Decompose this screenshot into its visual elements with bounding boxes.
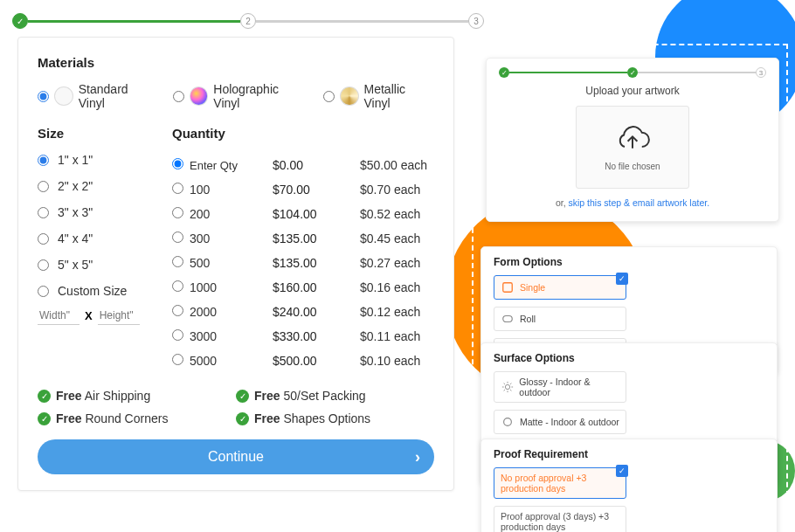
cloud-upload-icon [613,123,652,158]
proof-requirement-card: Proof Requirement No proof approval +3 p… [480,439,778,532]
no-file-label: No file chosen [605,162,660,171]
chevron-right-icon: › [415,448,420,466]
surface-option-matte[interactable]: Matte - Indoor & outdoor [494,410,626,434]
form-option-roll[interactable]: Roll [494,307,626,331]
sun-icon [501,380,514,394]
upload-progress-stepper: ✓✓3 [499,67,766,78]
qty-row-custom[interactable]: Enter Qty $0.00 $50.00 each [172,153,434,177]
material-label: Standard Vinyl [79,82,157,110]
material-label: Metallic Vinyl [364,82,434,110]
step-2-icon: 2 [240,13,256,29]
skip-upload-line: or, skip this step & email artwork later… [499,197,766,208]
material-holographic-vinyl[interactable]: Holographic Vinyl [173,82,308,110]
svg-rect-1 [503,316,513,322]
svg-point-4 [504,418,512,426]
qty-row[interactable]: 3000$330.00$0.11 each [172,324,434,349]
proof-option-no-approval[interactable]: No proof approval +3 production days ✓ [494,467,626,499]
surface-option-glossy[interactable]: Glossy - Indoor & outdoor [494,371,626,403]
check-icon: ✓ [236,390,249,403]
proof-option-approval[interactable]: Proof approval (3 days) +3 production da… [494,506,626,532]
form-option-single[interactable]: Single ✓ [494,275,626,300]
svg-point-3 [505,384,509,389]
proof-title: Proof Requirement [494,448,764,460]
free-perk: ✓Free 50/Set Packing [236,389,434,403]
configurator-card: Materials Standard Vinyl Holographic Vin… [17,37,454,491]
qty-row[interactable]: 100$70.00$0.70 each [172,177,434,202]
circle-icon [501,415,515,429]
material-label: Holographic Vinyl [213,82,307,110]
qty-row[interactable]: 200$104.00$0.52 each [172,202,434,226]
swatch-standard-icon [54,86,73,106]
size-option[interactable]: 2" x 2" [38,179,151,193]
check-icon: ✓ [38,390,51,403]
size-title: Size [38,126,151,141]
surface-options-title: Surface Options [494,352,764,364]
upload-title: Upload your artwork [499,85,766,97]
check-icon: ✓ [38,412,51,425]
width-input[interactable] [38,307,80,325]
height-input[interactable] [98,307,140,325]
qty-row[interactable]: 500$135.00$0.27 each [172,251,434,275]
size-option-custom[interactable]: Custom Size [38,284,151,298]
swatch-metallic-icon [340,86,359,106]
roll-icon [501,312,515,326]
qty-row[interactable]: 1000$160.00$0.16 each [172,275,434,300]
enter-qty-input[interactable]: Enter Qty [190,159,273,172]
continue-button[interactable]: Continue › [38,439,434,474]
step-3-icon: 3 [468,13,484,29]
check-icon: ✓ [236,412,249,425]
upload-artwork-card: ✓✓3 Upload your artwork No file chosen o… [486,58,779,222]
size-option[interactable]: 5" x 5" [38,258,151,272]
free-perk: ✓Free Shapes Options [236,411,434,425]
step-1-icon: ✓ [12,13,28,29]
material-metallic-vinyl[interactable]: Metallic Vinyl [323,82,434,110]
upload-dropzone[interactable]: No file chosen [576,106,689,189]
check-icon: ✓ [616,273,628,285]
qty-row[interactable]: 300$135.00$0.45 each [172,226,434,251]
size-option[interactable]: 3" x 3" [38,205,151,219]
swatch-holo-icon [190,86,209,106]
materials-title: Materials [38,55,434,70]
quantity-title: Quantity [172,126,434,141]
qty-row[interactable]: 2000$240.00$0.12 each [172,300,434,324]
progress-stepper: ✓ 2 3 [12,12,484,30]
qty-row[interactable]: 5000$500.00$0.10 each [172,349,434,373]
material-standard-vinyl[interactable]: Standard Vinyl [38,82,157,110]
size-option[interactable]: 4" x 4" [38,231,151,245]
free-perk: ✓Free Air Shipping [38,389,236,403]
check-icon: ✓ [616,465,628,477]
form-options-title: Form Options [494,256,764,268]
skip-upload-link[interactable]: skip this step & email artwork later. [568,197,709,208]
dimension-separator: X [85,309,93,322]
single-icon [501,280,515,294]
size-option[interactable]: 1" x 1" [38,153,151,167]
svg-rect-0 [503,283,513,293]
free-perk: ✓Free Round Corners [38,411,236,425]
